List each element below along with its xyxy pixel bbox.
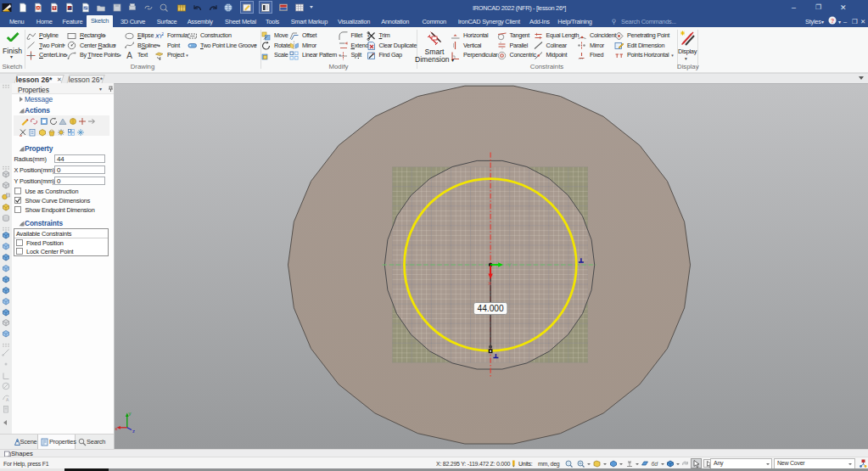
svg-text:x: x: [488, 279, 491, 287]
svg-text:A: A: [6, 396, 9, 401]
svg-text:y: y: [128, 411, 131, 416]
svg-text:z: z: [132, 428, 135, 433]
svg-text:?: ?: [831, 18, 834, 24]
svg-text:44.000: 44.000: [477, 304, 503, 313]
svg-text:Y: Y: [507, 262, 512, 268]
svg-text:6d: 6d: [652, 461, 659, 467]
svg-text:A: A: [126, 51, 132, 60]
svg-text:x: x: [115, 425, 117, 430]
svg-text:2: 2: [162, 32, 165, 36]
